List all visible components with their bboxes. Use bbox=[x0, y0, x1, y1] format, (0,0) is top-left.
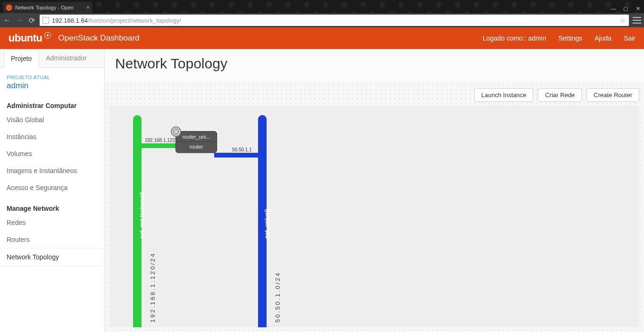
network-label-external: ext_net (external) bbox=[139, 192, 145, 239]
tab-project[interactable]: Projeto bbox=[4, 50, 39, 68]
section-network: Manage Network bbox=[0, 196, 104, 214]
router-ip-left: 192.168.1.122 bbox=[145, 138, 175, 143]
topology-canvas[interactable]: ext_net (external) 192.168.1.120/24 net_… bbox=[109, 106, 639, 327]
router-type: router bbox=[176, 142, 217, 152]
network-cidr-external: 192.168.1.120/24 bbox=[149, 252, 156, 323]
tab-admin[interactable]: Administrador bbox=[39, 49, 93, 67]
sidebar-item-topology[interactable]: Network Topology bbox=[0, 248, 104, 266]
sidebar-tabs: Projeto Administrador bbox=[0, 49, 104, 68]
header-settings-link[interactable]: Settings bbox=[559, 34, 583, 42]
connector-left bbox=[141, 143, 178, 148]
launch-instance-button[interactable]: Launch Instance bbox=[474, 88, 533, 102]
browser-toolbar: ← → ⟳ 192.168.1.64/horizon/project/netwo… bbox=[0, 13, 644, 27]
url-host: 192.168.1.64 bbox=[52, 17, 88, 24]
ubuntu-circle-icon bbox=[44, 32, 51, 39]
current-project-name[interactable]: admin bbox=[7, 81, 98, 91]
current-project-label: PROJETO ATUAL bbox=[7, 75, 98, 80]
browser-menu-icon[interactable] bbox=[633, 17, 641, 24]
create-router-button[interactable]: Create Router bbox=[586, 88, 639, 102]
nav-back-icon[interactable]: ← bbox=[3, 16, 11, 25]
brand-logo[interactable]: ubuntu OpenStack Dashboard bbox=[8, 32, 140, 44]
nav-reload-icon[interactable]: ⟳ bbox=[27, 16, 36, 25]
router-icon bbox=[171, 126, 181, 137]
url-path: /horizon/project/network_topology/ bbox=[88, 17, 181, 24]
bookmark-star-icon[interactable]: ☆ bbox=[620, 17, 626, 24]
main-content: Network Topology Launch Instance Criar R… bbox=[105, 49, 644, 332]
router-node[interactable]: router_uni... router bbox=[176, 131, 217, 153]
app-header: ubuntu OpenStack Dashboard Logado como::… bbox=[0, 27, 644, 49]
window-minimize-icon[interactable]: — bbox=[607, 4, 619, 13]
window-close-icon[interactable]: ✕ bbox=[632, 4, 644, 13]
product-name: OpenStack Dashboard bbox=[59, 33, 140, 43]
sidebar-item-images[interactable]: Imagens e Instantâneos bbox=[0, 162, 104, 179]
window-controls: — ▢ ✕ bbox=[607, 4, 644, 13]
page-icon bbox=[42, 17, 49, 24]
header-signout-link[interactable]: Sair bbox=[624, 34, 636, 42]
action-buttons: Launch Instance Criar Rede Create Router bbox=[109, 88, 639, 102]
header-help-link[interactable]: Ajuda bbox=[594, 34, 611, 42]
router-name: router_uni... bbox=[176, 132, 217, 142]
url-bar[interactable]: 192.168.1.64/horizon/project/network_top… bbox=[40, 15, 629, 26]
connector-right bbox=[214, 153, 260, 158]
sidebar-item-instances[interactable]: Instâncias bbox=[0, 128, 104, 145]
logged-as: Logado como:: admin bbox=[483, 34, 546, 42]
nav-forward-icon[interactable]: → bbox=[15, 16, 24, 25]
sidebar: Projeto Administrador PROJETO ATUAL admi… bbox=[0, 49, 105, 332]
network-cidr-internal: 50.50.1.0/24 bbox=[274, 272, 281, 323]
network-label-internal: net_univali bbox=[264, 209, 270, 239]
brand-name: ubuntu bbox=[8, 32, 42, 44]
create-network-button[interactable]: Criar Rede bbox=[538, 88, 582, 102]
tab-title: Network Topology - Open bbox=[15, 5, 74, 10]
browser-tab[interactable]: ◌ Network Topology - Open × bbox=[3, 2, 92, 13]
section-compute: Administrar Computar bbox=[0, 93, 104, 111]
sidebar-item-volumes[interactable]: Volumes bbox=[0, 145, 104, 162]
page-title: Network Topology bbox=[105, 49, 644, 82]
tab-close-icon[interactable]: × bbox=[86, 4, 90, 11]
router-ip-right: 50.50.1.1 bbox=[232, 147, 252, 152]
ubuntu-favicon-icon: ◌ bbox=[6, 4, 12, 11]
sidebar-item-access[interactable]: Acesso e Segurança bbox=[0, 179, 104, 196]
sidebar-item-overview[interactable]: Visão Global bbox=[0, 111, 104, 128]
sidebar-item-routers[interactable]: Routers bbox=[0, 231, 104, 248]
sidebar-item-networks[interactable]: Redes bbox=[0, 214, 104, 231]
browser-tabstrip: ◌ Network Topology - Open × — ▢ ✕ bbox=[0, 0, 644, 13]
window-maximize-icon[interactable]: ▢ bbox=[619, 4, 632, 13]
